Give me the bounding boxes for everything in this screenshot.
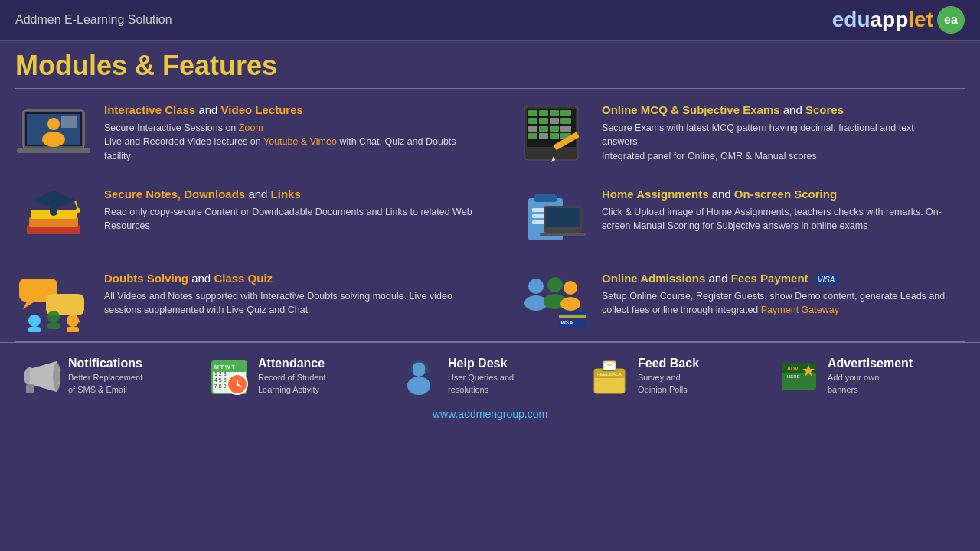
bottom-title-advertisement: Advertisement <box>828 357 913 370</box>
header-title: Addmen E-Learning Solution <box>15 13 172 27</box>
svg-rect-81 <box>425 367 430 373</box>
module-desc-assignments: Click & Upload image of Home Assignments… <box>602 205 949 234</box>
page-title: Modules & Features <box>0 41 980 88</box>
svg-rect-18 <box>539 126 548 132</box>
svg-rect-21 <box>528 133 537 139</box>
bottom-item-helpdesk: Help Desk User Queries andresolutions <box>398 355 582 397</box>
svg-text:✓: ✓ <box>533 208 536 213</box>
svg-rect-17 <box>528 126 537 132</box>
bottom-item-advertisement: ADV HERE Advertisement Add your ownbanne… <box>778 355 962 397</box>
svg-rect-51 <box>28 327 41 332</box>
module-secure-notes: Secure Notes, Downloads and Links Read o… <box>15 173 490 257</box>
header-bar: Addmen E-Learning Solution eduapplet ea <box>0 0 980 41</box>
helpdesk-icon <box>398 355 440 397</box>
svg-rect-36 <box>534 194 557 202</box>
bottom-text-notifications: Notifications Better Replacementof SMS &… <box>68 357 142 396</box>
module-title-doubts: Doubts Solving and Class Quiz <box>104 271 475 286</box>
bottom-title-attendance: Attendance <box>258 357 326 370</box>
module-desc-mcq: Secure Exams with latest MCQ pattern hav… <box>602 121 949 164</box>
module-title-admissions: Online Admissions and Fees Payment VISA <box>602 271 949 286</box>
svg-point-61 <box>560 297 580 311</box>
svg-point-54 <box>67 315 79 327</box>
bottom-title-notifications: Notifications <box>68 357 142 370</box>
bottom-item-notifications: Notifications Better Replacementof SMS &… <box>18 355 202 397</box>
bottom-text-attendance: Attendance Record of StudentLearning Act… <box>258 357 326 396</box>
svg-rect-16 <box>560 118 571 124</box>
svg-marker-47 <box>23 302 34 309</box>
svg-rect-12 <box>560 110 571 116</box>
module-title-interactive: Interactive Class and Video Lectures <box>104 103 475 118</box>
logo: eduapplet ea <box>832 6 965 34</box>
bottom-desc-advertisement: Add your ownbanners <box>828 372 913 396</box>
bottom-desc-attendance: Record of StudentLearning Activity <box>258 372 326 396</box>
module-img-notes <box>15 187 92 248</box>
bottom-desc-helpdesk: User Queries andresolutions <box>448 372 514 396</box>
module-text-mcq: Online MCQ & Subjective Exams and Scores… <box>602 103 949 164</box>
svg-text:M T W T: M T W T <box>214 364 236 370</box>
svg-text:VISA: VISA <box>560 320 573 325</box>
module-text-assignments: Home Assignments and On-screen Scoring C… <box>602 187 949 233</box>
module-desc-admissions: Setup Online Course, Register Guests, sh… <box>602 289 949 318</box>
svg-rect-6 <box>61 116 77 128</box>
svg-point-79 <box>407 377 430 395</box>
svg-text:ADV: ADV <box>787 366 799 371</box>
svg-point-52 <box>47 311 60 323</box>
module-text-admissions: Online Admissions and Fees Payment VISA … <box>602 271 949 318</box>
bottom-title-feedback: Feed Back <box>638 357 699 370</box>
svg-text:FEEDBACK: FEEDBACK <box>597 372 622 377</box>
bottom-strip: Notifications Better Replacementof SMS &… <box>0 342 980 403</box>
svg-point-34 <box>76 208 80 213</box>
svg-point-4 <box>47 118 60 130</box>
module-admissions: VISA Online Admissions and Fees Payment … <box>490 257 965 341</box>
bottom-text-helpdesk: Help Desk User Queries andresolutions <box>448 357 514 396</box>
module-text-doubts: Doubts Solving and Class Quiz All Videos… <box>104 271 475 318</box>
module-img-admissions: VISA <box>513 271 590 332</box>
modules-grid: Interactive Class and Video Lectures Sec… <box>0 89 980 341</box>
footer-url: www.addmengroup.com <box>433 408 547 420</box>
svg-marker-66 <box>30 361 57 392</box>
module-desc-doubts: All Videos and Notes supported with Inte… <box>104 289 475 318</box>
module-title-mcq: Online MCQ & Subjective Exams and Scores <box>602 103 949 118</box>
svg-text:✓: ✓ <box>533 214 536 219</box>
svg-rect-9 <box>528 110 537 116</box>
logo-text: eduapplet <box>832 8 933 32</box>
advertisement-icon: ADV HERE <box>778 355 820 397</box>
module-text-notes: Secure Notes, Downloads and Links Read o… <box>104 187 475 233</box>
bottom-item-attendance: M T W T 1 2 3 4 5 6 7 8 9 Attendance Rec… <box>208 355 392 397</box>
logo-badge: ea <box>937 6 965 34</box>
module-home-assignments: ✓ ✓ ✓ Home Assignments and On-screen Sco… <box>490 173 965 257</box>
svg-point-58 <box>547 277 563 292</box>
module-img-doubts <box>15 271 92 332</box>
svg-text:1 2 3: 1 2 3 <box>214 371 227 377</box>
module-text-interactive: Interactive Class and Video Lectures Sec… <box>104 103 475 164</box>
bottom-text-feedback: Feed Back Survey andOpinion Polls <box>638 357 699 396</box>
svg-rect-11 <box>550 110 559 116</box>
bottom-item-feedback: FEEDBACK Feed Back Survey andOpinion Pol… <box>588 355 772 397</box>
module-mcq-exams: Online MCQ & Subjective Exams and Scores… <box>490 89 965 173</box>
svg-rect-20 <box>560 126 571 132</box>
svg-rect-63 <box>559 315 586 318</box>
bottom-desc-feedback: Survey andOpinion Polls <box>638 372 699 396</box>
svg-rect-19 <box>550 126 559 132</box>
svg-rect-44 <box>546 208 580 227</box>
svg-text:7 8 9: 7 8 9 <box>214 383 227 389</box>
module-img-interactive <box>15 103 92 164</box>
svg-point-32 <box>50 208 57 216</box>
module-img-assignments: ✓ ✓ ✓ <box>513 187 590 248</box>
module-img-mcq <box>513 103 590 164</box>
svg-text:✓: ✓ <box>533 220 536 225</box>
svg-text:HERE: HERE <box>787 374 800 379</box>
svg-rect-2 <box>17 148 90 153</box>
module-title-assignments: Home Assignments and On-screen Scoring <box>602 187 949 202</box>
svg-point-50 <box>28 315 41 327</box>
module-doubts: Doubts Solving and Class Quiz All Videos… <box>15 257 490 341</box>
svg-rect-23 <box>550 133 559 139</box>
notifications-icon <box>18 355 60 397</box>
svg-rect-15 <box>550 118 559 124</box>
svg-rect-14 <box>539 118 548 124</box>
module-desc-interactive: Secure Interactive Sessions on Zoom Live… <box>104 121 475 164</box>
svg-rect-22 <box>539 133 548 139</box>
bottom-title-helpdesk: Help Desk <box>448 357 514 370</box>
svg-rect-13 <box>528 118 537 124</box>
feedback-icon: FEEDBACK <box>588 355 630 397</box>
